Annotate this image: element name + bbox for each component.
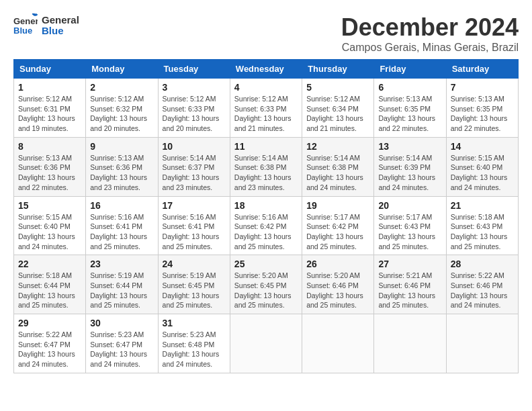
day-info: Sunrise: 5:14 AMSunset: 6:39 PMDaylight:… <box>378 153 441 193</box>
day-header-sunday: Sunday <box>14 60 86 79</box>
day-cell-3: 3Sunrise: 5:12 AMSunset: 6:33 PMDaylight… <box>158 79 230 138</box>
day-info: Sunrise: 5:20 AMSunset: 6:45 PMDaylight:… <box>234 271 298 310</box>
day-number: 13 <box>378 141 441 152</box>
day-cell-11: 11Sunrise: 5:14 AMSunset: 6:38 PMDayligh… <box>230 137 302 196</box>
day-number: 1 <box>18 82 81 93</box>
day-cell-21: 21Sunrise: 5:18 AMSunset: 6:43 PMDayligh… <box>446 196 518 255</box>
day-number: 9 <box>90 141 153 152</box>
day-header-monday: Monday <box>86 60 158 79</box>
calendar-body: 1Sunrise: 5:12 AMSunset: 6:31 PMDaylight… <box>14 79 519 373</box>
day-info: Sunrise: 5:14 AMSunset: 6:38 PMDaylight:… <box>306 153 369 193</box>
day-number: 15 <box>18 200 81 211</box>
day-header-tuesday: Tuesday <box>158 60 230 79</box>
day-header-wednesday: Wednesday <box>230 60 302 79</box>
day-info: Sunrise: 5:15 AMSunset: 6:40 PMDaylight:… <box>451 153 514 193</box>
day-cell-12: 12Sunrise: 5:14 AMSunset: 6:38 PMDayligh… <box>302 137 374 196</box>
logo-blue: Blue <box>42 26 79 37</box>
day-number: 20 <box>378 200 441 211</box>
logo: General Blue General Blue <box>13 13 79 38</box>
day-number: 5 <box>306 82 369 93</box>
day-number: 2 <box>90 82 153 93</box>
day-info: Sunrise: 5:18 AMSunset: 6:44 PMDaylight:… <box>18 271 81 310</box>
day-number: 28 <box>451 259 514 269</box>
day-number: 21 <box>451 200 514 211</box>
day-info: Sunrise: 5:22 AMSunset: 6:46 PMDaylight:… <box>451 271 514 310</box>
calendar-table: SundayMondayTuesdayWednesdayThursdayFrid… <box>13 59 519 373</box>
page-header: General Blue General Blue December 2024 … <box>13 13 519 54</box>
day-number: 23 <box>90 259 153 269</box>
day-info: Sunrise: 5:22 AMSunset: 6:47 PMDaylight:… <box>18 330 81 369</box>
empty-cell <box>302 314 374 373</box>
day-number: 12 <box>306 141 369 152</box>
day-info: Sunrise: 5:23 AMSunset: 6:47 PMDaylight:… <box>90 330 153 369</box>
day-cell-6: 6Sunrise: 5:13 AMSunset: 6:35 PMDaylight… <box>374 79 446 138</box>
location-subtitle: Campos Gerais, Minas Gerais, Brazil <box>341 42 519 54</box>
day-cell-8: 8Sunrise: 5:13 AMSunset: 6:36 PMDaylight… <box>14 137 86 196</box>
day-number: 16 <box>90 200 153 211</box>
day-cell-20: 20Sunrise: 5:17 AMSunset: 6:43 PMDayligh… <box>374 196 446 255</box>
day-number: 18 <box>234 200 298 211</box>
day-number: 22 <box>18 259 81 269</box>
day-header-thursday: Thursday <box>302 60 374 79</box>
day-cell-26: 26Sunrise: 5:20 AMSunset: 6:46 PMDayligh… <box>302 255 374 314</box>
day-cell-19: 19Sunrise: 5:17 AMSunset: 6:42 PMDayligh… <box>302 196 374 255</box>
day-number: 27 <box>378 259 441 269</box>
day-number: 3 <box>163 82 226 93</box>
day-info: Sunrise: 5:18 AMSunset: 6:43 PMDaylight:… <box>451 212 514 252</box>
day-cell-5: 5Sunrise: 5:12 AMSunset: 6:34 PMDaylight… <box>302 79 374 138</box>
day-number: 26 <box>306 259 369 269</box>
day-number: 7 <box>451 82 514 93</box>
day-info: Sunrise: 5:13 AMSunset: 6:36 PMDaylight:… <box>18 153 81 193</box>
day-cell-23: 23Sunrise: 5:19 AMSunset: 6:44 PMDayligh… <box>86 255 158 314</box>
day-info: Sunrise: 5:14 AMSunset: 6:37 PMDaylight:… <box>163 153 226 193</box>
day-number: 31 <box>163 318 226 328</box>
day-number: 11 <box>234 141 298 152</box>
day-info: Sunrise: 5:15 AMSunset: 6:40 PMDaylight:… <box>18 212 81 252</box>
day-number: 25 <box>234 259 298 269</box>
day-cell-24: 24Sunrise: 5:19 AMSunset: 6:45 PMDayligh… <box>158 255 230 314</box>
day-cell-16: 16Sunrise: 5:16 AMSunset: 6:41 PMDayligh… <box>86 196 158 255</box>
day-info: Sunrise: 5:23 AMSunset: 6:48 PMDaylight:… <box>163 330 226 369</box>
empty-cell <box>374 314 446 373</box>
day-number: 17 <box>163 200 226 211</box>
week-row-3: 15Sunrise: 5:15 AMSunset: 6:40 PMDayligh… <box>14 196 519 255</box>
empty-cell <box>230 314 302 373</box>
day-info: Sunrise: 5:14 AMSunset: 6:38 PMDaylight:… <box>234 153 298 193</box>
day-header-saturday: Saturday <box>446 60 518 79</box>
logo-general: General <box>42 15 79 26</box>
week-row-4: 22Sunrise: 5:18 AMSunset: 6:44 PMDayligh… <box>14 255 519 314</box>
day-info: Sunrise: 5:20 AMSunset: 6:46 PMDaylight:… <box>306 271 369 310</box>
day-cell-29: 29Sunrise: 5:22 AMSunset: 6:47 PMDayligh… <box>14 314 86 373</box>
days-header-row: SundayMondayTuesdayWednesdayThursdayFrid… <box>14 60 519 79</box>
day-cell-1: 1Sunrise: 5:12 AMSunset: 6:31 PMDaylight… <box>14 79 86 138</box>
svg-text:Blue: Blue <box>13 26 32 36</box>
day-number: 19 <box>306 200 369 211</box>
day-number: 29 <box>18 318 81 328</box>
day-cell-7: 7Sunrise: 5:13 AMSunset: 6:35 PMDaylight… <box>446 79 518 138</box>
day-info: Sunrise: 5:16 AMSunset: 6:42 PMDaylight:… <box>234 212 298 252</box>
day-cell-18: 18Sunrise: 5:16 AMSunset: 6:42 PMDayligh… <box>230 196 302 255</box>
day-info: Sunrise: 5:19 AMSunset: 6:45 PMDaylight:… <box>163 271 226 310</box>
day-info: Sunrise: 5:16 AMSunset: 6:41 PMDaylight:… <box>90 212 153 252</box>
day-cell-9: 9Sunrise: 5:13 AMSunset: 6:36 PMDaylight… <box>86 137 158 196</box>
day-info: Sunrise: 5:21 AMSunset: 6:46 PMDaylight:… <box>378 271 441 310</box>
day-cell-31: 31Sunrise: 5:23 AMSunset: 6:48 PMDayligh… <box>158 314 230 373</box>
day-number: 4 <box>234 82 298 93</box>
day-number: 30 <box>90 318 153 328</box>
day-info: Sunrise: 5:12 AMSunset: 6:34 PMDaylight:… <box>306 94 369 134</box>
day-cell-14: 14Sunrise: 5:15 AMSunset: 6:40 PMDayligh… <box>446 137 518 196</box>
day-info: Sunrise: 5:13 AMSunset: 6:35 PMDaylight:… <box>378 94 441 134</box>
day-number: 14 <box>451 141 514 152</box>
week-row-5: 29Sunrise: 5:22 AMSunset: 6:47 PMDayligh… <box>14 314 519 373</box>
week-row-1: 1Sunrise: 5:12 AMSunset: 6:31 PMDaylight… <box>14 79 519 138</box>
day-cell-25: 25Sunrise: 5:20 AMSunset: 6:45 PMDayligh… <box>230 255 302 314</box>
day-info: Sunrise: 5:19 AMSunset: 6:44 PMDaylight:… <box>90 271 153 310</box>
day-number: 24 <box>163 259 226 269</box>
day-cell-22: 22Sunrise: 5:18 AMSunset: 6:44 PMDayligh… <box>14 255 86 314</box>
day-cell-15: 15Sunrise: 5:15 AMSunset: 6:40 PMDayligh… <box>14 196 86 255</box>
month-year-title: December 2024 <box>341 13 519 42</box>
day-cell-28: 28Sunrise: 5:22 AMSunset: 6:46 PMDayligh… <box>446 255 518 314</box>
day-cell-13: 13Sunrise: 5:14 AMSunset: 6:39 PMDayligh… <box>374 137 446 196</box>
svg-text:General: General <box>13 16 38 26</box>
title-area: December 2024 Campos Gerais, Minas Gerai… <box>341 13 519 54</box>
